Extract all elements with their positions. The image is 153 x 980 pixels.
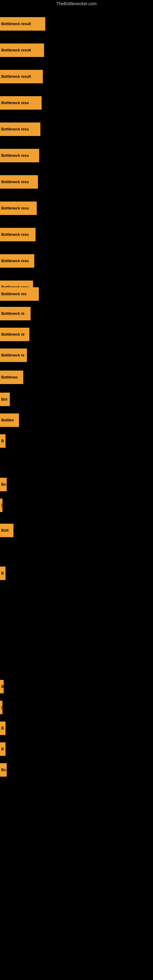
site-title: TheBottlenecker.com bbox=[0, 0, 153, 7]
bottleneck-bar-15[interactable]: Bottleneck re bbox=[0, 348, 27, 362]
bottleneck-bar-24[interactable]: B bbox=[0, 680, 4, 694]
bottleneck-bar-27[interactable]: B bbox=[0, 742, 5, 756]
bottleneck-bar-21[interactable]: | bbox=[0, 499, 2, 512]
bottleneck-bar-5[interactable]: Bottleneck resu bbox=[0, 123, 40, 136]
bottleneck-bar-6[interactable]: Bottleneck resu bbox=[0, 149, 39, 162]
bottleneck-bar-28[interactable]: Bo bbox=[0, 763, 7, 776]
bottleneck-bar-3[interactable]: Bottleneck result bbox=[0, 70, 43, 83]
bottleneck-bar-20[interactable]: Bo bbox=[0, 478, 7, 491]
bottleneck-bar-18[interactable]: Bottlen bbox=[0, 414, 19, 427]
bottleneck-bar-8[interactable]: Bottleneck resu bbox=[0, 202, 37, 215]
bottleneck-bar-10[interactable]: Bottleneck resu bbox=[0, 254, 34, 268]
bottleneck-bar-9[interactable]: Bottleneck resu bbox=[0, 228, 35, 241]
bottleneck-bar-23[interactable]: B bbox=[0, 566, 5, 580]
bottleneck-bar-17[interactable]: Bot bbox=[0, 393, 10, 406]
bottleneck-bar-4[interactable]: Bottleneck resu bbox=[0, 96, 41, 110]
bottleneck-bar-14[interactable]: Bottleneck re bbox=[0, 328, 29, 341]
bottleneck-bar-25[interactable]: | bbox=[0, 701, 2, 714]
bottleneck-bar-19[interactable]: B bbox=[0, 434, 5, 448]
bottleneck-bar-7[interactable]: Bottleneck resu bbox=[0, 175, 38, 189]
bottleneck-bar-13[interactable]: Bottleneck re bbox=[0, 307, 30, 320]
bottleneck-bar-26[interactable]: B bbox=[0, 722, 5, 735]
bottleneck-bar-22[interactable]: Bott bbox=[0, 524, 13, 537]
bottleneck-bar-12[interactable]: Bottleneck res bbox=[0, 287, 39, 301]
bottleneck-bar-16[interactable]: Bottlenec bbox=[0, 371, 23, 384]
bottleneck-bar-1[interactable]: Bottleneck result bbox=[0, 17, 45, 30]
bottleneck-bar-2[interactable]: Bottleneck result bbox=[0, 43, 44, 57]
